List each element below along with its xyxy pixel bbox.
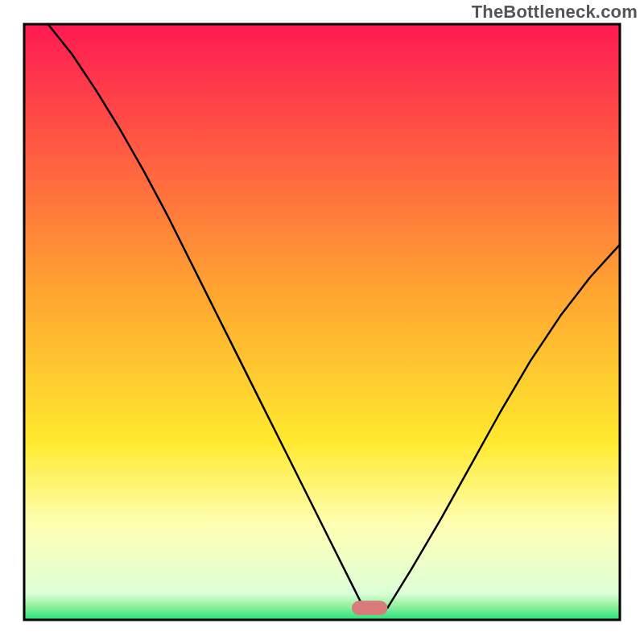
plot-area: [24, 24, 620, 620]
chart-svg: [0, 0, 644, 644]
chart-container: TheBottleneck.com: [0, 0, 644, 644]
minimum-marker: [352, 601, 387, 615]
watermark-text: TheBottleneck.com: [472, 2, 638, 23]
